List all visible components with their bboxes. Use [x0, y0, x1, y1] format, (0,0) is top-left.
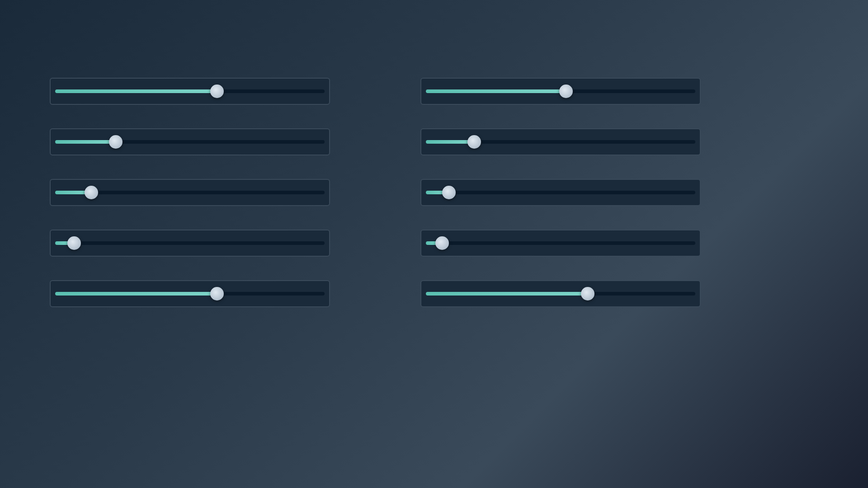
slider-row-3rd-person-no-scope: − +: [18, 78, 362, 105]
slider-row-1st-person-no-scope: − +: [389, 78, 732, 105]
slider-fill-2x-scope: [426, 140, 474, 144]
slider-fill-tpp-aim: [55, 292, 217, 296]
slider-thumb-3x-scope[interactable]: [85, 186, 98, 199]
slider-thumb-8x-scope[interactable]: [435, 236, 449, 250]
slider-track-fpp-aim: [426, 292, 695, 296]
slider-thumb-fpp-aim[interactable]: [581, 287, 594, 300]
slider-thumb-tpp-aim[interactable]: [210, 287, 224, 300]
slider-row-6x-scope: − +: [18, 230, 362, 257]
slider-track-4x-scope: [426, 191, 695, 194]
slider-track-container-8x-scope[interactable]: [420, 230, 701, 257]
slider-thumb-3rd-person-no-scope[interactable]: [210, 84, 224, 98]
slider-track-container-3rd-person-no-scope[interactable]: [50, 78, 330, 105]
slider-fill-red-dot: [55, 140, 116, 144]
slider-track-container-1st-person-no-scope[interactable]: [420, 78, 701, 105]
slider-track-container-2x-scope[interactable]: [420, 128, 701, 155]
slider-track-3rd-person-no-scope: [55, 89, 325, 93]
slider-track-tpp-aim: [55, 292, 325, 296]
slider-track-2x-scope: [426, 140, 695, 144]
slider-thumb-red-dot[interactable]: [109, 135, 123, 149]
slider-row-8x-scope: − +: [389, 230, 732, 257]
slider-track-container-6x-scope[interactable]: [50, 230, 330, 257]
slider-row-fpp-aim: − +: [389, 280, 732, 307]
slider-track-container-4x-scope[interactable]: [420, 179, 701, 206]
slider-track-6x-scope: [55, 241, 325, 245]
slider-row-tpp-aim: − +: [18, 280, 362, 307]
slider-track-container-3x-scope[interactable]: [50, 179, 330, 206]
slider-row-3x-scope: − +: [18, 179, 362, 206]
slider-thumb-6x-scope[interactable]: [67, 236, 81, 250]
slider-track-container-tpp-aim[interactable]: [50, 280, 330, 307]
slider-fill-1st-person-no-scope: [426, 89, 566, 93]
slider-track-red-dot: [55, 140, 325, 144]
slider-thumb-1st-person-no-scope[interactable]: [559, 84, 573, 98]
slider-thumb-4x-scope[interactable]: [442, 186, 456, 199]
slider-track-8x-scope: [426, 241, 695, 245]
slider-fill-fpp-aim: [426, 292, 588, 296]
slider-row-red-dot: − +: [18, 128, 362, 155]
slider-track-3x-scope: [55, 191, 325, 194]
slider-track-container-fpp-aim[interactable]: [420, 280, 701, 307]
slider-thumb-2x-scope[interactable]: [467, 135, 481, 149]
slider-fill-3rd-person-no-scope: [55, 89, 217, 93]
slider-track-1st-person-no-scope: [426, 89, 695, 93]
slider-track-container-red-dot[interactable]: [50, 128, 330, 155]
slider-row-4x-scope: − +: [389, 179, 732, 206]
slider-row-2x-scope: − +: [389, 128, 732, 155]
